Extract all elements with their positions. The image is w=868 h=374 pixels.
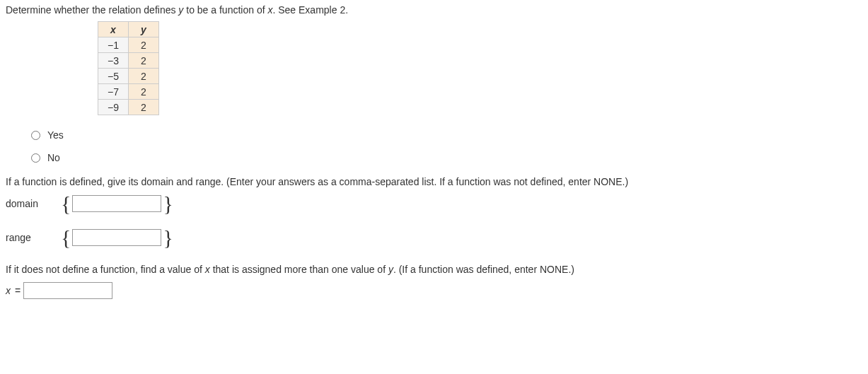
range-label: range — [6, 232, 50, 243]
table-cell-x: −7 — [98, 84, 129, 100]
table-cell-y: 2 — [129, 69, 159, 84]
range-brace-group: { } — [61, 227, 173, 248]
radio-yes[interactable] — [31, 131, 40, 140]
equals-sign: = — [15, 285, 21, 296]
final-var-x: x — [205, 264, 210, 275]
brace-close: } — [163, 193, 173, 214]
brace-open: { — [61, 227, 71, 248]
x-equals-row: x = — [6, 282, 862, 299]
table-cell-x: −3 — [98, 53, 129, 69]
question-text: Determine whether the relation defines y… — [6, 4, 862, 16]
final-pre: If it does not define a function, find a… — [6, 264, 205, 275]
table-cell-x: −9 — [98, 100, 129, 115]
x-value-input[interactable] — [23, 282, 112, 299]
x-label: x — [6, 285, 11, 296]
range-input[interactable] — [72, 229, 161, 246]
table-cell-y: 2 — [129, 37, 159, 53]
radio-yes-label: Yes — [47, 129, 64, 141]
table-cell-y: 2 — [129, 84, 159, 100]
table-cell-y: 2 — [129, 100, 159, 115]
domain-input[interactable] — [72, 195, 161, 212]
table-row: −1 2 — [98, 37, 159, 53]
table-header-x: x — [98, 22, 129, 37]
data-table: x y −1 2 −3 2 −5 2 −7 2 −9 2 — [98, 21, 159, 115]
table-cell-x: −5 — [98, 69, 129, 84]
radio-group: Yes No — [31, 124, 862, 169]
question-pre: Determine whether the relation defines — [6, 4, 178, 16]
table-header-y: y — [129, 22, 159, 37]
table-row: −9 2 — [98, 100, 159, 115]
radio-no[interactable] — [31, 153, 40, 163]
final-instruction: If it does not define a function, find a… — [6, 264, 862, 275]
table-row: −7 2 — [98, 84, 159, 100]
domain-range-instruction: If a function is defined, give its domai… — [6, 176, 862, 187]
table-cell-x: −1 — [98, 37, 129, 53]
final-var-y: y — [388, 264, 393, 275]
radio-no-label: No — [47, 152, 60, 163]
table-cell-y: 2 — [129, 53, 159, 69]
brace-open: { — [61, 193, 71, 214]
domain-label: domain — [6, 198, 50, 209]
question-post: . See Example 2. — [272, 4, 348, 16]
table-row: −5 2 — [98, 69, 159, 84]
domain-brace-group: { } — [61, 193, 173, 214]
brace-close: } — [163, 227, 173, 248]
question-mid: to be a function of — [183, 4, 267, 16]
table-row: −3 2 — [98, 53, 159, 69]
data-table-wrapper: x y −1 2 −3 2 −5 2 −7 2 −9 2 — [98, 21, 862, 115]
final-post: . (If a function was defined, enter NONE… — [393, 264, 574, 275]
final-mid: that is assigned more than one value of — [210, 264, 388, 275]
